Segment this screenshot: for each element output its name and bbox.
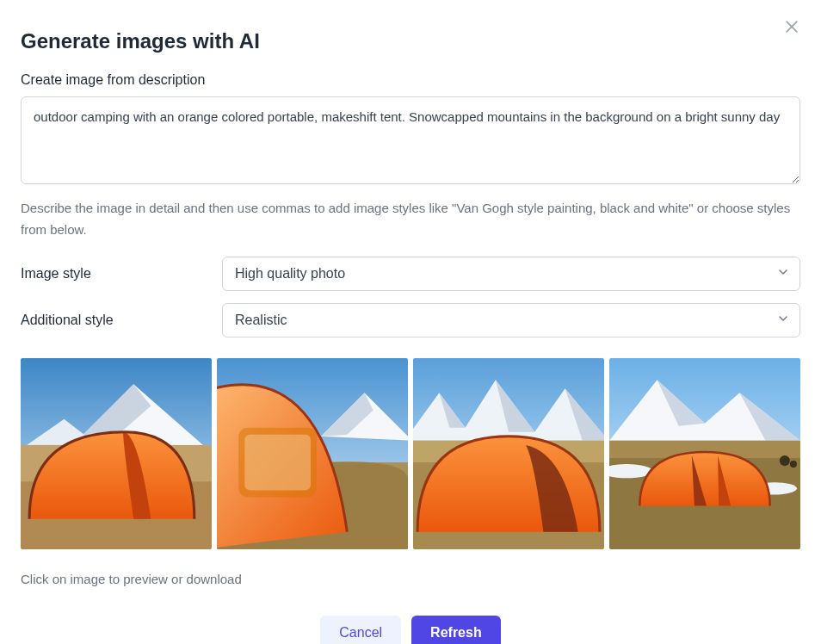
svg-point-17: [780, 455, 790, 466]
image-style-row: Image style High quality photo: [21, 257, 800, 291]
images-helper-text: Click on image to preview or download: [21, 572, 800, 586]
svg-rect-8: [244, 434, 311, 490]
additional-style-select[interactable]: Realistic: [222, 303, 800, 337]
close-icon: [783, 18, 800, 38]
additional-style-value: Realistic: [235, 313, 287, 328]
ai-image-generator-dialog: Generate images with AI Create image fro…: [0, 0, 821, 644]
close-button[interactable]: [780, 15, 804, 40]
image-style-value: High quality photo: [235, 266, 345, 282]
additional-style-row: Additional style Realistic: [21, 303, 800, 337]
generated-image[interactable]: [413, 358, 604, 549]
dialog-title: Generate images with AI: [21, 29, 800, 53]
prompt-helper-text: Describe the image in detail and then us…: [21, 198, 800, 241]
prompt-textarea[interactable]: [21, 96, 800, 184]
image-style-select[interactable]: High quality photo: [222, 257, 800, 291]
prompt-label: Create image from description: [21, 72, 800, 88]
additional-style-label: Additional style: [21, 313, 201, 328]
generated-image[interactable]: [21, 358, 212, 549]
generated-image[interactable]: [217, 358, 408, 549]
generated-images-row: [21, 358, 800, 549]
cancel-button[interactable]: Cancel: [320, 616, 401, 645]
generated-image[interactable]: [609, 358, 800, 549]
refresh-button[interactable]: Refresh: [411, 616, 501, 645]
image-style-label: Image style: [21, 266, 201, 282]
dialog-footer: Cancel Refresh: [21, 616, 800, 645]
svg-point-18: [790, 461, 797, 468]
